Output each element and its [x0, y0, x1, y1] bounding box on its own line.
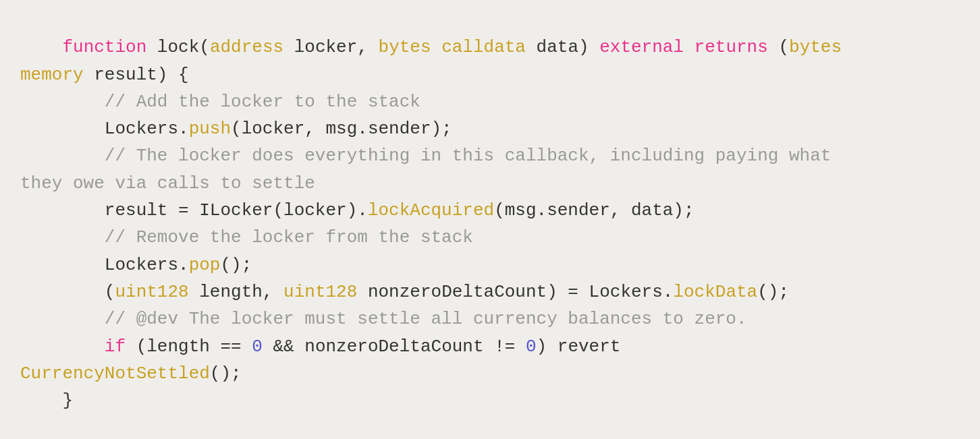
code-line: // Remove the locker from the stack	[0, 224, 980, 251]
code-line: // The locker does everything in this ca…	[0, 142, 980, 169]
code-block: function lock(address locker, bytes call…	[0, 0, 980, 439]
code-line: // @dev The locker must settle all curre…	[0, 305, 980, 332]
code-line: }	[0, 387, 980, 414]
code-line: Lockers.pop();	[0, 252, 980, 279]
code-line: result = ILocker(locker).lockAcquired(ms…	[0, 197, 980, 224]
code-line: (uint128 length, uint128 nonzeroDeltaCou…	[0, 279, 980, 305]
code-line: Lockers.push(locker, msg.sender);	[0, 115, 980, 142]
code-line: CurrencyNotSettled();	[0, 360, 980, 387]
code-line: if (length == 0 && nonzeroDeltaCount != …	[0, 333, 980, 360]
code-line: memory result) {	[0, 61, 980, 88]
code-line: // Add the locker to the stack	[0, 88, 980, 115]
code-line: they owe via calls to settle	[0, 170, 980, 197]
code-line: function lock(address locker, bytes call…	[0, 34, 980, 61]
